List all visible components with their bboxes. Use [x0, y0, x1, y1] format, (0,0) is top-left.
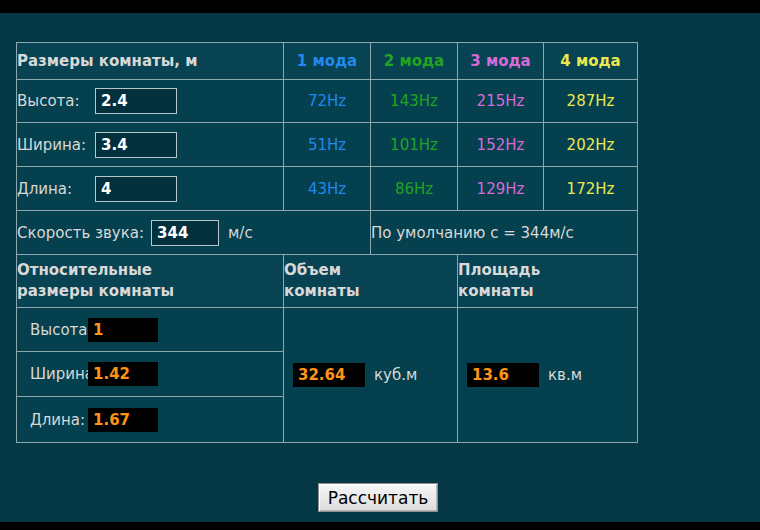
relative-length-input[interactable] [88, 408, 158, 432]
volume-header: Объем комнаты [284, 255, 458, 308]
speed-input[interactable] [151, 220, 219, 246]
length-mode4-freq: 172Hz [544, 167, 638, 211]
height-label: Высота: [17, 92, 95, 110]
width-label: Ширина: [17, 136, 95, 154]
height-mode4-freq: 287Hz [544, 80, 638, 123]
volume-unit: куб.м [374, 366, 417, 384]
length-row: Длина: 43Hz 86Hz 129Hz 172Hz [17, 167, 638, 211]
volume-value-output[interactable] [293, 363, 365, 387]
width-mode3-freq: 152Hz [458, 123, 544, 167]
relative-dimensions-header: Относительные размеры комнаты [17, 255, 284, 308]
relative-width-label: Ширина [30, 365, 88, 383]
length-mode1-freq: 43Hz [284, 167, 371, 211]
room-mode-table: Размеры комнаты, м 1 мода 2 мода 3 мода … [16, 42, 638, 443]
relative-height-label: Высота: [30, 321, 88, 339]
speed-of-sound-row: Скорость звука: м/с По умолчанию с = 344… [17, 211, 638, 255]
area-header: Площадь комнаты [458, 255, 638, 308]
width-input[interactable] [95, 132, 177, 158]
mode-2-header: 2 мода [371, 43, 458, 80]
relative-height-row: Высота: куб.м кв.м [17, 308, 638, 352]
speed-label: Скорость звука: [17, 224, 144, 242]
mode-3-header: 3 мода [458, 43, 544, 80]
relative-length-label: Длина: [30, 411, 88, 429]
calculate-button[interactable]: Рассчитать [318, 483, 438, 512]
width-mode4-freq: 202Hz [544, 123, 638, 167]
height-mode2-freq: 143Hz [371, 80, 458, 123]
relative-height-input[interactable] [88, 318, 158, 342]
length-input[interactable] [95, 176, 177, 202]
height-row: Высота: 72Hz 143Hz 215Hz 287Hz [17, 80, 638, 123]
speed-default-note: По умолчанию с = 344м/с [371, 224, 574, 242]
height-input[interactable] [95, 88, 177, 114]
mode-1-header: 1 мода [284, 43, 371, 80]
bottom-black-bar [0, 522, 760, 530]
length-mode2-freq: 86Hz [371, 167, 458, 211]
mode-4-header: 4 мода [544, 43, 638, 80]
relative-width-input[interactable] [88, 362, 158, 386]
width-mode2-freq: 101Hz [371, 123, 458, 167]
length-mode3-freq: 129Hz [458, 167, 544, 211]
table-header-row: Размеры комнаты, м 1 мода 2 мода 3 мода … [17, 43, 638, 80]
width-mode1-freq: 51Hz [284, 123, 371, 167]
height-mode3-freq: 215Hz [458, 80, 544, 123]
height-mode1-freq: 72Hz [284, 80, 371, 123]
area-unit: кв.м [548, 366, 582, 384]
width-row: Ширина: 51Hz 101Hz 152Hz 202Hz [17, 123, 638, 167]
section-header-row: Относительные размеры комнаты Объем комн… [17, 255, 638, 308]
speed-unit: м/с [228, 224, 253, 242]
table-title: Размеры комнаты, м [17, 43, 284, 80]
area-value-output[interactable] [467, 363, 539, 387]
top-black-bar [0, 0, 760, 13]
length-label: Длина: [17, 180, 95, 198]
